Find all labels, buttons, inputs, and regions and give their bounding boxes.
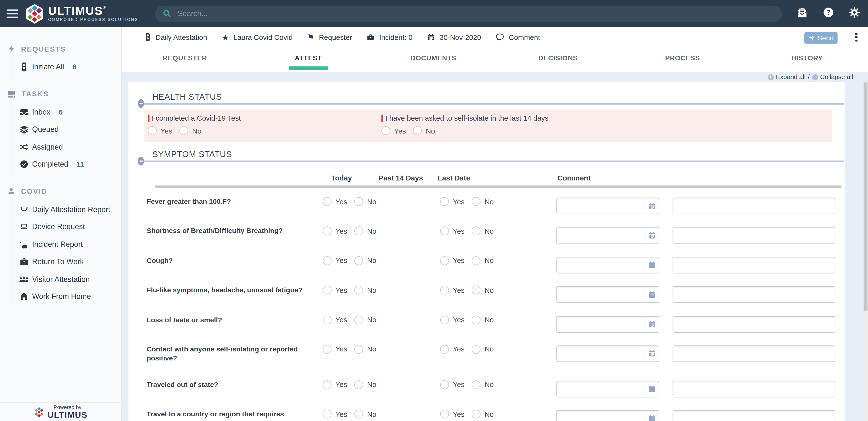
- last-date-input[interactable]: [557, 257, 644, 273]
- sidebar-item-return-to-work[interactable]: Return To Work: [12, 253, 121, 270]
- radio-today-no[interactable]: [354, 410, 363, 419]
- radio-today-no[interactable]: [354, 286, 363, 295]
- last-date-input[interactable]: [557, 411, 644, 421]
- radio-past14-no[interactable]: [472, 256, 480, 265]
- radio-self-isolate-yes[interactable]: [381, 126, 390, 135]
- calendar-picker-icon[interactable]: [644, 257, 659, 273]
- sidebar-item-completed[interactable]: Completed 11: [12, 156, 121, 173]
- calendar-picker-icon[interactable]: [644, 381, 659, 397]
- radio-past14-no[interactable]: [472, 410, 480, 419]
- radio-past14-yes[interactable]: [440, 410, 449, 419]
- radio-today-no[interactable]: [354, 256, 363, 265]
- expand-all-link[interactable]: Expand all: [776, 74, 806, 80]
- last-date-input[interactable]: [557, 198, 644, 214]
- calendar-picker-icon[interactable]: [644, 346, 659, 361]
- radio-past14-yes[interactable]: [440, 286, 449, 295]
- comment-input[interactable]: [673, 381, 835, 397]
- radio-covid-test-no[interactable]: [180, 126, 188, 135]
- radio-past14-no[interactable]: [472, 227, 480, 235]
- radio-past14-no[interactable]: [472, 345, 480, 354]
- radio-past14-yes[interactable]: [440, 197, 449, 206]
- sidebar-item-incident-report[interactable]: Incident Report: [12, 236, 121, 253]
- radio-label-yes: Yes: [453, 345, 465, 353]
- last-date-input[interactable]: [557, 228, 644, 243]
- tab-attest[interactable]: ATTEST: [295, 54, 322, 62]
- radio-past14-no[interactable]: [472, 315, 480, 324]
- collapse-section-handle[interactable]: [138, 157, 144, 166]
- radio-today-no[interactable]: [354, 345, 363, 354]
- radio-today-yes[interactable]: [323, 410, 332, 419]
- comment-input[interactable]: [673, 316, 835, 332]
- last-date-input[interactable]: [557, 381, 644, 397]
- radio-today-yes[interactable]: [323, 315, 332, 324]
- radio-past14-yes[interactable]: [440, 256, 449, 265]
- radio-today-yes[interactable]: [323, 256, 332, 265]
- settings-gear-icon[interactable]: [848, 6, 860, 21]
- sidebar-item-visitor-attestation[interactable]: Visitor Attestation: [12, 270, 121, 288]
- symptom-question-label: Fever greater than 100.F?: [147, 197, 307, 206]
- radio-today-no[interactable]: [354, 381, 363, 389]
- sidebar-item-queued[interactable]: Queued: [12, 121, 121, 138]
- calendar-picker-icon[interactable]: [644, 317, 659, 332]
- radio-past14-no[interactable]: [472, 381, 480, 389]
- calendar-picker-icon[interactable]: [644, 228, 659, 243]
- comment-input[interactable]: [673, 227, 835, 244]
- inbox-mail-icon[interactable]: [796, 6, 808, 21]
- ultimus-hex-logo-icon: [25, 3, 44, 24]
- radio-past14-no[interactable]: [472, 197, 480, 206]
- collapse-all-link[interactable]: Collapse all: [820, 74, 853, 80]
- calendar-picker-icon[interactable]: [644, 287, 659, 302]
- comment-input[interactable]: [673, 410, 835, 421]
- sidebar-item-daily-attestation-report[interactable]: Daily Attestation Report: [12, 201, 121, 218]
- tab-documents[interactable]: DOCUMENTS: [410, 54, 457, 62]
- scrollbar-track[interactable]: [863, 82, 868, 421]
- sidebar-item-device-request[interactable]: Device Request: [12, 218, 121, 236]
- comment-input[interactable]: [673, 286, 835, 303]
- comment-input[interactable]: [673, 257, 835, 273]
- radio-past14-yes[interactable]: [440, 381, 449, 389]
- collapse-section-handle[interactable]: [138, 99, 144, 108]
- last-date-input[interactable]: [557, 317, 644, 332]
- radio-today-yes[interactable]: [323, 227, 332, 235]
- sidebar-item-work-from-home[interactable]: Work From Home: [12, 288, 121, 305]
- comment-input[interactable]: [673, 198, 835, 214]
- symptom-row: Traveled out of state? Yes No Yes No: [128, 375, 845, 404]
- search-bar[interactable]: [155, 5, 782, 22]
- tab-process[interactable]: PROCESS: [665, 54, 700, 62]
- radio-past14-no[interactable]: [472, 286, 480, 295]
- tab-history[interactable]: HISTORY: [792, 54, 823, 62]
- last-date-input[interactable]: [557, 346, 644, 361]
- sidebar-item-inbox[interactable]: Inbox 6: [12, 103, 121, 121]
- radio-label-yes: Yes: [453, 197, 465, 206]
- radio-today-yes[interactable]: [323, 345, 332, 354]
- search-input[interactable]: [177, 9, 774, 18]
- radio-self-isolate-no[interactable]: [413, 126, 422, 135]
- more-options-icon[interactable]: [855, 32, 859, 43]
- radio-past14-yes[interactable]: [440, 227, 449, 235]
- radio-today-yes[interactable]: [323, 381, 332, 389]
- sidebar-item-assigned[interactable]: Assigned: [12, 138, 121, 156]
- radio-today-no[interactable]: [354, 227, 363, 235]
- radio-today-no[interactable]: [354, 315, 363, 324]
- calendar-picker-icon[interactable]: [644, 411, 659, 421]
- sidebar-item-initiate-all[interactable]: Initiate All 6: [12, 58, 121, 76]
- radio-covid-test-yes[interactable]: [148, 126, 157, 135]
- radio-past14-yes[interactable]: [440, 315, 449, 324]
- comment-item[interactable]: Comment: [496, 33, 540, 41]
- calendar-picker-icon[interactable]: [644, 198, 659, 214]
- tab-requester[interactable]: REQUESTER: [163, 54, 207, 62]
- scrollbar-thumb[interactable]: [864, 83, 868, 311]
- tab-decisions[interactable]: DECISIONS: [538, 54, 578, 62]
- last-date-input[interactable]: [557, 287, 644, 302]
- server-icon: [7, 90, 16, 98]
- send-button[interactable]: Send: [804, 32, 838, 44]
- comment-input[interactable]: [673, 345, 835, 362]
- radio-today-yes[interactable]: [323, 197, 332, 206]
- radio-past14-yes[interactable]: [440, 345, 449, 354]
- menu-icon[interactable]: [6, 9, 18, 18]
- symptom-row: Flu-like symptoms, headache, unusual fat…: [128, 280, 845, 310]
- radio-today-no[interactable]: [354, 197, 363, 206]
- past-14-days-radio-group: Yes No: [440, 315, 494, 324]
- help-icon[interactable]: ?: [823, 6, 834, 21]
- radio-today-yes[interactable]: [323, 286, 332, 295]
